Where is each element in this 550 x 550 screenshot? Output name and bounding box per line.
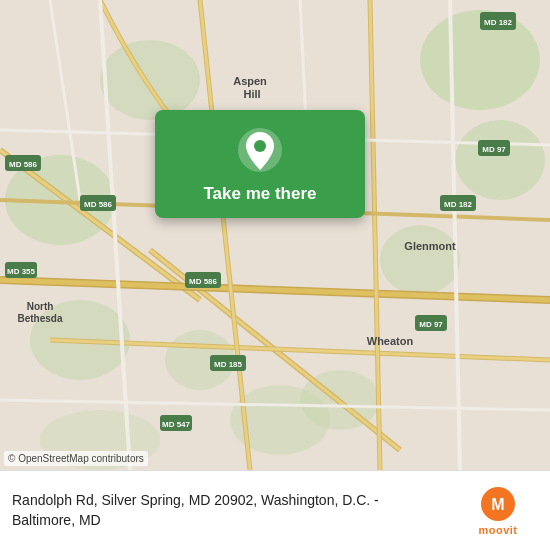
moovit-label: moovit: [478, 524, 517, 536]
navigation-card[interactable]: Take me there: [155, 110, 365, 218]
map-attribution: © OpenStreetMap contributors: [4, 451, 148, 466]
moovit-icon: M: [480, 486, 516, 522]
svg-text:MD 97: MD 97: [482, 145, 506, 154]
map-container: MD 182 MD 97 MD 182 MD 586 MD 586 MD 586…: [0, 0, 550, 470]
location-pin-icon: [236, 126, 284, 174]
map-background: MD 182 MD 97 MD 182 MD 586 MD 586 MD 586…: [0, 0, 550, 470]
svg-text:MD 97: MD 97: [419, 320, 443, 329]
take-me-there-button[interactable]: Take me there: [203, 184, 316, 204]
svg-text:Hill: Hill: [243, 88, 260, 100]
svg-text:Glenmont: Glenmont: [404, 240, 456, 252]
svg-text:MD 586: MD 586: [189, 277, 218, 286]
svg-text:Wheaton: Wheaton: [367, 335, 414, 347]
svg-text:North: North: [27, 301, 54, 312]
moovit-logo: M moovit: [458, 486, 538, 536]
svg-point-2: [455, 120, 545, 200]
svg-text:MD 185: MD 185: [214, 360, 243, 369]
svg-text:MD 182: MD 182: [484, 18, 513, 27]
svg-text:Aspen: Aspen: [233, 75, 267, 87]
bottom-bar: Randolph Rd, Silver Spring, MD 20902, Wa…: [0, 470, 550, 550]
svg-text:MD 547: MD 547: [162, 420, 191, 429]
svg-text:M: M: [491, 496, 504, 513]
svg-text:MD 586: MD 586: [84, 200, 113, 209]
svg-point-57: [254, 140, 266, 152]
address-text: Randolph Rd, Silver Spring, MD 20902, Wa…: [12, 491, 432, 530]
svg-text:MD 355: MD 355: [7, 267, 36, 276]
svg-point-8: [100, 40, 200, 120]
svg-text:MD 586: MD 586: [9, 160, 38, 169]
svg-text:MD 182: MD 182: [444, 200, 473, 209]
svg-text:Bethesda: Bethesda: [17, 313, 62, 324]
svg-point-3: [380, 225, 460, 295]
